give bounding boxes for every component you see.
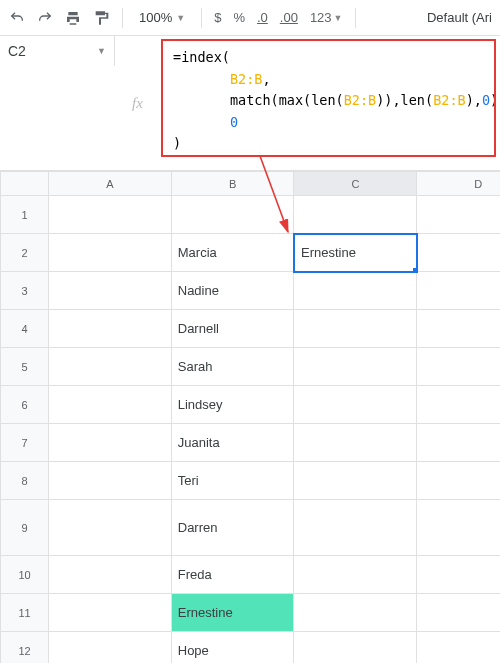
chevron-down-icon: ▼ — [97, 46, 106, 56]
cell[interactable] — [417, 462, 500, 500]
cell[interactable] — [294, 632, 417, 664]
cell[interactable] — [417, 272, 500, 310]
toolbar-separator — [355, 8, 356, 28]
cell[interactable] — [417, 386, 500, 424]
cell[interactable] — [49, 500, 172, 556]
row-header[interactable]: 4 — [1, 310, 49, 348]
cell[interactable] — [417, 500, 500, 556]
cell[interactable] — [294, 272, 417, 310]
name-box[interactable]: C2 ▼ — [0, 36, 115, 66]
cell[interactable] — [49, 424, 172, 462]
fx-icon: fx — [115, 36, 160, 170]
increase-decimal-button[interactable]: .00 — [280, 10, 298, 25]
cell[interactable] — [294, 500, 417, 556]
cell[interactable] — [49, 556, 172, 594]
cell[interactable] — [49, 462, 172, 500]
more-formats-dropdown[interactable]: 123▼ — [310, 10, 343, 25]
cell[interactable] — [49, 632, 172, 664]
cell[interactable]: Teri — [171, 462, 294, 500]
row-header[interactable]: 7 — [1, 424, 49, 462]
spreadsheet-grid[interactable]: A B C D 1 2 Marcia Ernestine 3 Nadine — [0, 171, 500, 663]
row-header[interactable]: 8 — [1, 462, 49, 500]
cell[interactable] — [417, 234, 500, 272]
select-all-corner[interactable] — [1, 172, 49, 196]
formula-bar[interactable]: =index( B2:B, match(max(len(B2:B)),len(B… — [161, 39, 496, 157]
cell[interactable]: Nadine — [171, 272, 294, 310]
cell[interactable] — [417, 348, 500, 386]
cell[interactable] — [49, 386, 172, 424]
zoom-value: 100% — [139, 10, 172, 25]
percent-button[interactable]: % — [233, 10, 245, 25]
row-header[interactable]: 3 — [1, 272, 49, 310]
row-header[interactable]: 9 — [1, 500, 49, 556]
row-header[interactable]: 10 — [1, 556, 49, 594]
cell[interactable] — [294, 556, 417, 594]
cell[interactable] — [49, 272, 172, 310]
row-header[interactable]: 6 — [1, 386, 49, 424]
cell[interactable] — [294, 386, 417, 424]
row-header[interactable]: 11 — [1, 594, 49, 632]
name-box-value: C2 — [8, 43, 26, 59]
row-header[interactable]: 5 — [1, 348, 49, 386]
number-format-group: $ % .0 .00 123▼ — [214, 10, 342, 25]
cell[interactable] — [417, 196, 500, 234]
formula-bar-row: C2 ▼ fx =index( B2:B, match(max(len(B2:B… — [0, 36, 500, 171]
col-header-b[interactable]: B — [171, 172, 294, 196]
redo-icon[interactable] — [36, 9, 54, 27]
toolbar: 100% ▼ $ % .0 .00 123▼ Default (Ari — [0, 0, 500, 36]
cell[interactable]: Marcia — [171, 234, 294, 272]
cell[interactable] — [171, 196, 294, 234]
cell-selected[interactable]: Ernestine — [294, 234, 417, 272]
col-header-d[interactable]: D — [417, 172, 500, 196]
row-header[interactable]: 12 — [1, 632, 49, 664]
cell[interactable]: Darnell — [171, 310, 294, 348]
font-family-dropdown[interactable]: Default (Ari — [415, 10, 492, 25]
undo-icon[interactable] — [8, 9, 26, 27]
toolbar-separator — [201, 8, 202, 28]
cell[interactable] — [294, 462, 417, 500]
decrease-decimal-button[interactable]: .0 — [257, 10, 268, 25]
chevron-down-icon: ▼ — [176, 13, 185, 23]
cell[interactable] — [417, 594, 500, 632]
cell[interactable] — [294, 424, 417, 462]
cell[interactable] — [294, 348, 417, 386]
cell[interactable]: Freda — [171, 556, 294, 594]
currency-button[interactable]: $ — [214, 10, 221, 25]
cell[interactable] — [294, 594, 417, 632]
cell[interactable] — [49, 196, 172, 234]
cell[interactable] — [49, 310, 172, 348]
cell[interactable] — [49, 234, 172, 272]
cell[interactable] — [294, 310, 417, 348]
cell[interactable]: Darren — [171, 500, 294, 556]
cell[interactable] — [49, 594, 172, 632]
cell[interactable] — [294, 196, 417, 234]
cell[interactable]: Hope — [171, 632, 294, 664]
row-header[interactable]: 1 — [1, 196, 49, 234]
print-icon[interactable] — [64, 9, 82, 27]
cell[interactable]: Juanita — [171, 424, 294, 462]
paint-format-icon[interactable] — [92, 9, 110, 27]
col-header-c[interactable]: C — [294, 172, 417, 196]
toolbar-separator — [122, 8, 123, 28]
row-header[interactable]: 2 — [1, 234, 49, 272]
zoom-dropdown[interactable]: 100% ▼ — [135, 10, 189, 25]
cell[interactable] — [49, 348, 172, 386]
cell[interactable]: Lindsey — [171, 386, 294, 424]
col-header-a[interactable]: A — [49, 172, 172, 196]
cell[interactable] — [417, 632, 500, 664]
cell[interactable]: Sarah — [171, 348, 294, 386]
cell[interactable] — [417, 556, 500, 594]
cell[interactable] — [417, 310, 500, 348]
cell[interactable] — [417, 424, 500, 462]
cell-highlighted[interactable]: Ernestine — [171, 594, 294, 632]
